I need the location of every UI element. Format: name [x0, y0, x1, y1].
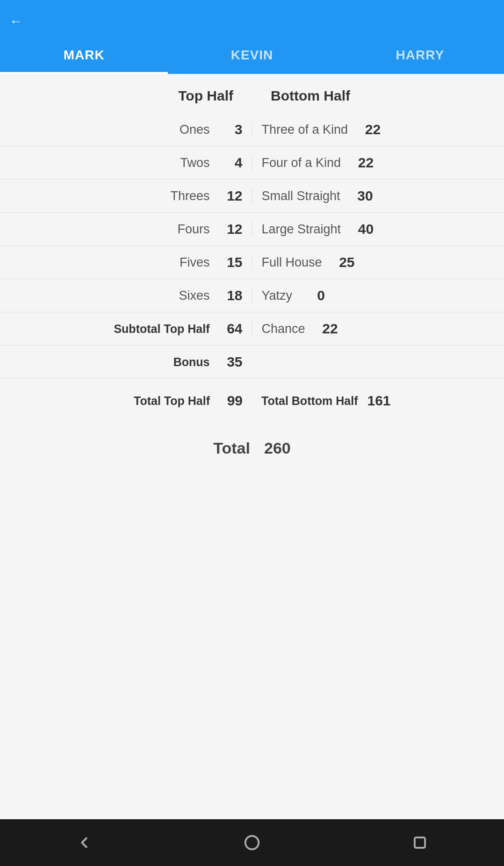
right-cell: Full House 25	[252, 254, 495, 270]
sixes-value: 18	[219, 288, 243, 303]
score-rows: Ones 3 Three of a Kind 22 Twos 4 Four of…	[0, 113, 504, 379]
table-row: Twos 4 Four of a Kind 22	[0, 146, 504, 180]
subtotal-label: Subtotal Top Half	[114, 322, 209, 336]
full-house-label: Full House	[262, 255, 322, 270]
full-house-value: 25	[331, 254, 355, 270]
tab-harry[interactable]: HARRY	[336, 38, 504, 74]
large-straight-value: 40	[350, 221, 374, 237]
table-row: Sixes 18 Yatzy 0	[0, 279, 504, 312]
header: ← MARK KEVIN HARRY	[0, 0, 504, 74]
totals-row: Total Top Half 99 Total Bottom Half 161	[0, 379, 504, 423]
large-straight-label: Large Straight	[262, 222, 341, 237]
total-bottom-half-label: Total Bottom Half	[261, 394, 358, 408]
subtotal-value: 64	[219, 321, 243, 337]
total-top-half-cell: Total Top Half 99	[9, 393, 252, 409]
left-cell: Sixes 18	[9, 288, 252, 303]
yatzy-value: 0	[302, 288, 325, 303]
left-cell: Fives 15	[9, 254, 252, 270]
grand-total-row: Total 260	[0, 423, 504, 474]
threes-value: 12	[219, 188, 243, 204]
bottom-half-header: Bottom Half	[252, 88, 495, 104]
fives-label: Fives	[180, 255, 210, 270]
fours-label: Fours	[177, 222, 209, 237]
left-cell: Ones 3	[9, 122, 252, 137]
left-cell: Bonus 35	[9, 354, 252, 370]
table-row: Threes 12 Small Straight 30	[0, 180, 504, 213]
ones-value: 3	[219, 122, 243, 137]
fives-value: 15	[219, 254, 243, 270]
left-cell: Threes 12	[9, 188, 252, 204]
left-cell: Twos 4	[9, 155, 252, 171]
table-row: Subtotal Top Half 64 Chance 22	[0, 312, 504, 346]
table-row: Fours 12 Large Straight 40	[0, 213, 504, 246]
four-of-kind-label: Four of a Kind	[262, 156, 341, 170]
right-cell: Yatzy 0	[252, 288, 495, 303]
chance-label: Chance	[262, 322, 305, 336]
small-straight-value: 30	[350, 188, 373, 204]
ones-label: Ones	[180, 123, 210, 137]
right-cell: Four of a Kind 22	[252, 155, 495, 171]
chance-value: 22	[315, 321, 338, 337]
right-cell: Large Straight 40	[252, 221, 495, 237]
table-row: Fives 15 Full House 25	[0, 246, 504, 279]
total-top-half-label: Total Top Half	[134, 394, 210, 408]
svg-point-0	[245, 836, 259, 850]
grand-total-label: Total	[213, 439, 250, 457]
tab-kevin[interactable]: KEVIN	[168, 38, 336, 74]
home-nav-icon[interactable]	[240, 831, 264, 854]
tab-bar: MARK KEVIN HARRY	[0, 38, 504, 74]
tab-mark[interactable]: MARK	[0, 38, 168, 74]
left-cell: Fours 12	[9, 221, 252, 237]
top-half-header: Top Half	[9, 88, 252, 104]
back-nav-icon[interactable]	[72, 831, 96, 854]
navigation-bar	[0, 819, 504, 866]
bonus-value: 35	[219, 354, 243, 370]
small-straight-label: Small Straight	[262, 189, 340, 203]
scorecard: Top Half Bottom Half Ones 3 Three of a K…	[0, 74, 504, 474]
threes-label: Threes	[170, 189, 209, 203]
sixes-label: Sixes	[179, 289, 209, 303]
three-of-kind-value: 22	[357, 122, 381, 137]
total-bottom-half-cell: Total Bottom Half 161	[252, 393, 495, 409]
four-of-kind-value: 22	[350, 155, 374, 171]
table-row: Bonus 35	[0, 346, 504, 379]
total-top-half-value: 99	[219, 393, 243, 409]
recents-nav-icon[interactable]	[408, 831, 432, 854]
right-cell: Small Straight 30	[252, 188, 495, 204]
three-of-kind-label: Three of a Kind	[262, 123, 348, 137]
grand-total-value: 260	[264, 439, 291, 457]
bonus-label: Bonus	[173, 355, 210, 369]
section-headers: Top Half Bottom Half	[0, 74, 504, 113]
right-cell: Three of a Kind 22	[252, 122, 495, 137]
twos-value: 4	[219, 155, 243, 171]
right-cell: Chance 22	[252, 321, 495, 337]
yatzy-label: Yatzy	[262, 289, 293, 303]
table-row: Ones 3 Three of a Kind 22	[0, 113, 504, 146]
left-cell: Subtotal Top Half 64	[9, 321, 252, 337]
svg-rect-1	[415, 837, 425, 848]
twos-label: Twos	[180, 156, 209, 170]
back-button[interactable]: ←	[0, 9, 504, 38]
fours-value: 12	[219, 221, 243, 237]
scorecard-content: Top Half Bottom Half Ones 3 Three of a K…	[0, 74, 504, 819]
total-bottom-half-value: 161	[367, 393, 390, 409]
